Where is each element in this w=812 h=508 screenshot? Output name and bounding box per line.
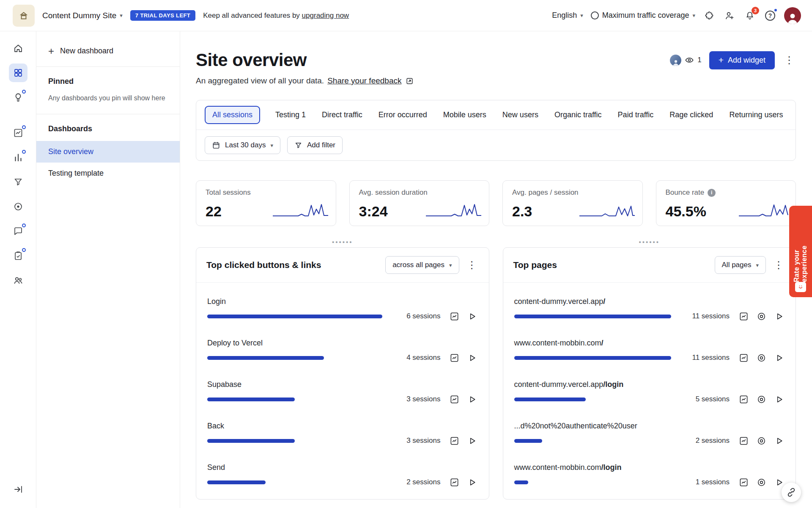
rail-statistics-button[interactable] <box>9 148 27 167</box>
add-filter-button[interactable]: Add filter <box>287 136 343 154</box>
site-logo[interactable] <box>13 5 35 27</box>
play-sessions-button[interactable] <box>774 435 785 446</box>
copy-link-button[interactable] <box>782 483 801 502</box>
bar <box>207 480 266 484</box>
rail-funnels-button[interactable] <box>9 173 27 191</box>
play-sessions-button[interactable] <box>774 311 785 322</box>
play-sessions-button[interactable] <box>467 311 478 322</box>
chevron-down-icon: ▾ <box>692 12 695 19</box>
info-icon[interactable]: i <box>708 189 716 197</box>
rail-home-button[interactable] <box>9 39 27 58</box>
view-events-button[interactable] <box>449 477 460 488</box>
tab-paid-traffic[interactable]: Paid traffic <box>617 107 655 123</box>
rail-dashboards-button[interactable] <box>9 64 27 82</box>
view-events-button[interactable] <box>449 435 460 446</box>
rail-users-button[interactable] <box>9 271 27 290</box>
view-events-button[interactable] <box>449 311 460 322</box>
language-selector[interactable]: English ▾ <box>552 11 583 20</box>
widget-menu-button[interactable]: ⋮ <box>465 259 479 271</box>
stat-value: 2.3 <box>512 203 532 220</box>
user-avatar[interactable] <box>784 7 801 24</box>
widget-menu-button[interactable]: ⋮ <box>772 259 785 271</box>
view-events-button[interactable] <box>738 394 749 405</box>
upgrade-link[interactable]: upgrading now <box>302 11 349 19</box>
play-sessions-button[interactable] <box>774 394 785 405</box>
page-path: /login <box>601 463 622 472</box>
tab-organic-traffic[interactable]: Organic traffic <box>554 107 603 123</box>
help-button[interactable]: ? <box>764 9 776 22</box>
heatmap-button[interactable] <box>756 435 767 446</box>
heatmap-button[interactable] <box>756 477 767 488</box>
viewers-chip[interactable]: 1 <box>670 55 701 66</box>
rail-tasks-button[interactable] <box>9 246 27 265</box>
language-label: English <box>552 11 577 20</box>
invite-user-button[interactable] <box>723 9 736 22</box>
play-sessions-button[interactable] <box>467 435 478 446</box>
bar-chart-icon <box>13 152 23 163</box>
view-events-button[interactable] <box>738 477 749 488</box>
dashboards-sidebar: + New dashboard Pinned Any dashboards yo… <box>36 31 180 508</box>
tab-direct-traffic[interactable]: Direct traffic <box>321 107 363 123</box>
rail-collapse-button[interactable] <box>9 480 27 499</box>
view-events-button[interactable] <box>449 394 460 405</box>
notifications-button[interactable]: 3 <box>743 9 756 22</box>
rail-insights-button[interactable] <box>9 88 27 107</box>
person-add-icon <box>724 11 735 21</box>
row-label: content-dummy.vercel.app/ <box>514 297 785 306</box>
scope-label: All pages <box>722 261 752 269</box>
play-sessions-button[interactable] <box>774 352 785 363</box>
tab-mobile-users[interactable]: Mobile users <box>442 107 487 123</box>
stat-label: Avg. pages / session <box>512 188 633 197</box>
question-icon: ? <box>765 11 775 21</box>
site-selector[interactable]: Content Dummy Site ▾ <box>42 11 123 20</box>
rail-events-button[interactable] <box>9 124 27 142</box>
widget-title: Top pages <box>513 260 557 270</box>
rate-experience-tab[interactable]: Rate your experience <box>789 206 812 297</box>
scope-selector[interactable]: across all pages ▾ <box>385 256 459 274</box>
page-menu-button[interactable]: ⋮ <box>782 54 796 66</box>
scope-selector[interactable]: All pages ▾ <box>715 256 766 274</box>
row-label: ...d%20not%20authenticate%20user <box>514 422 785 431</box>
filter-icon <box>294 141 302 149</box>
tab-testing-1[interactable]: Testing 1 <box>274 107 307 123</box>
play-sessions-button[interactable] <box>467 477 478 488</box>
drag-handle[interactable]: •••••• <box>332 238 353 246</box>
coverage-ring-icon <box>591 11 599 19</box>
view-events-button[interactable] <box>738 352 749 363</box>
integrations-button[interactable] <box>703 9 716 22</box>
sidebar-item-testing-template[interactable]: Testing template <box>36 163 180 184</box>
view-events-button[interactable] <box>449 352 460 363</box>
stat-label: Avg. session duration <box>359 188 480 197</box>
traffic-coverage-selector[interactable]: Maximum traffic coverage ▾ <box>591 11 695 20</box>
stat-value: 3:24 <box>359 203 388 220</box>
play-sessions-button[interactable] <box>467 352 478 363</box>
drag-handle[interactable]: •••••• <box>639 238 660 246</box>
view-events-button[interactable] <box>738 311 749 322</box>
tab-new-users[interactable]: New users <box>502 107 539 123</box>
tab-returning-users[interactable]: Returning users <box>728 107 784 123</box>
feedback-smiley-icon <box>795 282 806 292</box>
play-sessions-button[interactable] <box>467 394 478 405</box>
stat-card-bounce-rate: Bounce rate i 45.5% <box>656 180 796 226</box>
heatmap-button[interactable] <box>756 352 767 363</box>
tab-rage-clicked[interactable]: Rage clicked <box>669 107 714 123</box>
page-row: ...d%20not%20authenticate%20user 2 sessi… <box>514 422 785 446</box>
sparkline <box>579 201 636 220</box>
feedback-link[interactable]: Share your feedback <box>327 76 401 86</box>
date-range-selector[interactable]: Last 30 days ▾ <box>205 136 280 154</box>
view-events-button[interactable] <box>738 435 749 446</box>
trial-text: Keep all advanced features by upgrading … <box>203 11 349 20</box>
widget-top-clicked: •••••• Top clicked buttons & links acros… <box>196 247 489 500</box>
rail-feedback-button[interactable] <box>9 222 27 240</box>
tab-error-occurred[interactable]: Error occurred <box>378 107 428 123</box>
rail-heatmaps-button[interactable] <box>9 197 27 216</box>
add-widget-button[interactable]: + Add widget <box>709 51 775 69</box>
icon-rail <box>0 31 36 508</box>
new-dashboard-button[interactable]: + New dashboard <box>36 41 180 66</box>
heatmap-button[interactable] <box>756 394 767 405</box>
heatmap-button[interactable] <box>756 311 767 322</box>
play-sessions-button[interactable] <box>774 477 785 488</box>
sidebar-item-site-overview[interactable]: Site overview <box>36 141 180 163</box>
tab-all-sessions[interactable]: All sessions <box>205 106 260 124</box>
heatmap-icon <box>757 312 766 321</box>
